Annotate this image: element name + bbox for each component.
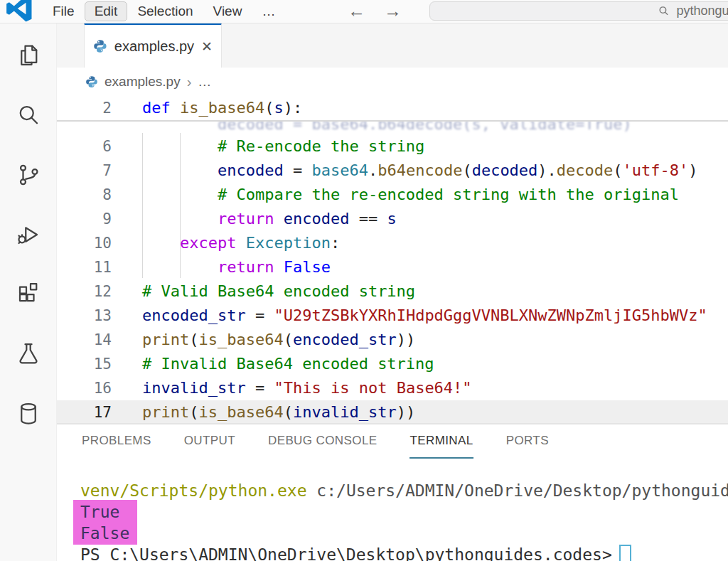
breadcrumb-file[interactable]: examples.py	[105, 74, 181, 90]
indent-guide	[180, 133, 181, 278]
menu-item-more[interactable]: …	[252, 1, 285, 21]
menu-item-edit[interactable]: Edit	[85, 1, 128, 21]
panel-tab-debug-console[interactable]: DEBUG CONSOLE	[268, 424, 378, 459]
panel-tab-problems[interactable]: PROBLEMS	[82, 424, 151, 459]
line-number: 14	[57, 328, 142, 352]
breadcrumb: examples.py › …	[57, 68, 728, 96]
database-icon[interactable]	[16, 401, 41, 427]
panel-tab-output[interactable]: OUTPUT	[184, 424, 235, 459]
line-number: 6	[57, 134, 142, 159]
navigate-forward-button[interactable]: →	[384, 0, 402, 21]
line-number: 11	[57, 255, 142, 279]
line-number: 8	[57, 183, 142, 207]
activity-bar	[0, 23, 57, 561]
chevron-right-icon: ›	[187, 74, 192, 90]
line-number: 2	[57, 96, 142, 120]
menu-item-file[interactable]: File	[43, 1, 85, 21]
code-line: 7 encoded = base64.b64encode(decoded).de…	[57, 159, 728, 183]
code-area: 2def is_base64(s): decoded = base64.b64d…	[57, 96, 728, 423]
search-text: pythonguides.co	[676, 4, 728, 18]
tab-label: examples.py	[114, 38, 194, 55]
search-icon	[658, 5, 670, 17]
terminal-prompt: PS C:\Users\ADMIN\OneDrive\Desktop\pytho…	[80, 545, 612, 561]
terminal-cursor	[619, 545, 631, 561]
code-line: 12# Valid Base64 encoded string	[57, 279, 728, 304]
code-line: 13encoded_str = "U29tZSBkYXRhIHdpdGggVVN…	[57, 304, 728, 328]
code-editor[interactable]: 2def is_base64(s): decoded = base64.b64d…	[57, 96, 728, 423]
close-tab-icon[interactable]: ✕	[201, 38, 213, 55]
tab-examples-py[interactable]: examples.py ✕	[84, 23, 222, 68]
line-number: 7	[57, 159, 142, 183]
navigate-back-button[interactable]: ←	[348, 0, 365, 21]
terminal-command-line: venv/Scripts/python.exe c:/Users/ADMIN/O…	[80, 480, 728, 501]
terminal-highlight: TrueFalse	[73, 500, 137, 545]
line-number: 13	[57, 304, 142, 328]
panel-tab-terminal[interactable]: TERMINAL	[410, 424, 473, 459]
search-icon[interactable]	[16, 102, 41, 128]
code-line: 6 # Re-encode the string	[57, 134, 728, 159]
source-control-icon[interactable]	[16, 162, 41, 188]
title-bar: FileEditSelectionView… ← → pythonguides.…	[0, 0, 728, 23]
files-icon[interactable]	[16, 43, 41, 68]
line-number: 16	[57, 376, 142, 400]
code-line: 17print(is_base64(invalid_str))	[57, 400, 728, 423]
breadcrumb-more[interactable]: …	[198, 74, 211, 90]
command-center-search[interactable]: pythonguides.co	[429, 1, 728, 21]
collapsed-seam: decoded = base64.b64decode(s, validate=T…	[57, 120, 728, 134]
editor-tab-strip: examples.py ✕	[57, 23, 728, 68]
code-line: 15# Invalid Base64 encoded string	[57, 352, 728, 376]
terminal-output-line: True	[73, 501, 137, 523]
panel-tabs: PROBLEMSOUTPUTDEBUG CONSOLETERMINALPORTS	[57, 424, 728, 459]
vscode-logo-icon	[6, 0, 33, 22]
run-debug-icon[interactable]	[16, 222, 41, 247]
line-number: 15	[57, 352, 142, 376]
code-line: 8 # Compare the re-encoded string with t…	[57, 183, 728, 207]
code-line: 9 return encoded == s	[57, 207, 728, 231]
code-line: 2def is_base64(s):	[57, 96, 728, 120]
code-line: 10 except Exception:	[57, 231, 728, 255]
menu-item-view[interactable]: View	[203, 1, 252, 21]
menu-item-selection[interactable]: Selection	[127, 1, 203, 21]
code-line: 16invalid_str = "This is not Base64!"	[57, 376, 728, 400]
terminal-prompt-line: PS C:\Users\ADMIN\OneDrive\Desktop\pytho…	[80, 544, 631, 561]
testing-icon[interactable]	[16, 341, 41, 367]
line-number: 17	[57, 400, 142, 423]
extensions-icon[interactable]	[16, 282, 41, 307]
code-line: 14print(is_base64(encoded_str))	[57, 328, 728, 352]
bottom-panel: PROBLEMSOUTPUTDEBUG CONSOLETERMINALPORTS…	[57, 423, 728, 561]
panel-tab-ports[interactable]: PORTS	[506, 424, 549, 459]
terminal-output-line: False	[73, 523, 137, 544]
python-file-icon	[93, 39, 107, 53]
menu-bar: FileEditSelectionView…	[43, 0, 285, 23]
python-file-icon	[85, 75, 98, 88]
line-number: 10	[57, 231, 142, 255]
code-line: 11 return False	[57, 255, 728, 279]
line-number: 12	[57, 279, 142, 304]
indent-guide	[142, 133, 143, 278]
line-number: 9	[57, 207, 142, 231]
